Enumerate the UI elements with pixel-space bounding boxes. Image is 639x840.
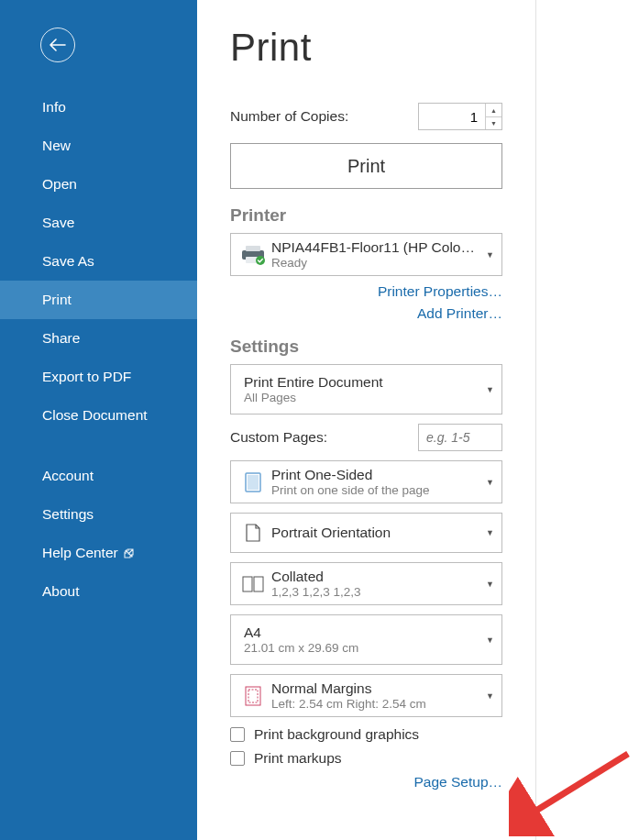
margins-sub: Left: 2.54 cm Right: 2.54 cm — [271, 697, 480, 711]
svg-line-11 — [527, 754, 628, 816]
sidebar-item-share[interactable]: Share — [0, 319, 197, 358]
chevron-down-icon: ▼ — [480, 580, 494, 589]
external-link-icon — [124, 548, 134, 558]
paper-sub: 21.01 cm x 29.69 cm — [244, 641, 480, 655]
sidebar-item-label: Save As — [42, 253, 94, 270]
printer-status: Ready — [271, 256, 480, 270]
sidebar-item-account[interactable]: Account — [0, 457, 197, 495]
chevron-down-icon: ▼ — [480, 636, 494, 645]
sidebar-item-print[interactable]: Print — [0, 281, 197, 319]
svg-point-4 — [256, 256, 265, 265]
copies-spinner[interactable]: ▲ ▼ — [418, 103, 502, 130]
sidebar-item-label: Settings — [42, 506, 94, 523]
margins-title: Normal Margins — [271, 680, 480, 697]
collate-select[interactable]: Collated 1,2,3 1,2,3 1,2,3 ▼ — [230, 562, 502, 605]
margins-icon — [240, 686, 266, 706]
copies-down-button[interactable]: ▼ — [486, 116, 501, 129]
backstage-sidebar: Info New Open Save Save As Print Share E… — [0, 0, 197, 840]
back-button[interactable] — [40, 28, 75, 62]
print-background-label: Print background graphics — [254, 726, 419, 743]
sidebar-item-info[interactable]: Info — [0, 88, 197, 127]
sidebar-item-save-as[interactable]: Save As — [0, 242, 197, 281]
sidebar-item-label: Share — [42, 330, 80, 347]
svg-rect-7 — [243, 577, 252, 591]
collate-title: Collated — [271, 569, 480, 585]
orientation-title: Portrait Orientation — [271, 525, 480, 541]
print-markups-label: Print markups — [254, 750, 342, 767]
chevron-down-icon: ▼ — [480, 478, 494, 487]
sidebar-item-new[interactable]: New — [0, 127, 197, 165]
printer-properties-link[interactable]: Printer Properties… — [378, 283, 502, 299]
sidebar-item-label: Export to PDF — [42, 369, 131, 385]
page-single-icon — [240, 472, 266, 492]
printer-icon — [240, 245, 266, 265]
sidebar-item-help-center[interactable]: Help Center — [0, 534, 197, 572]
duplex-select[interactable]: Print One-Sided Print on one side of the… — [230, 460, 502, 503]
print-button-label: Print — [347, 156, 385, 177]
collate-sub: 1,2,3 1,2,3 1,2,3 — [271, 585, 480, 599]
sidebar-item-open[interactable]: Open — [0, 165, 197, 204]
sidebar-item-label: Close Document — [42, 407, 148, 424]
sidebar-item-label: Open — [42, 176, 77, 193]
sidebar-item-settings[interactable]: Settings — [0, 495, 197, 534]
sidebar-item-save[interactable]: Save — [0, 204, 197, 242]
checkbox-icon — [230, 751, 245, 766]
printer-heading: Printer — [230, 205, 510, 226]
custom-pages-input[interactable] — [418, 424, 502, 451]
checkbox-icon — [230, 727, 245, 742]
copies-label: Number of Copies: — [230, 108, 348, 125]
duplex-title: Print One-Sided — [271, 467, 480, 483]
sidebar-item-close-document[interactable]: Close Document — [0, 396, 197, 435]
sidebar-separator — [0, 435, 197, 457]
print-scope-select[interactable]: Print Entire Document All Pages ▼ — [230, 364, 502, 414]
chevron-down-icon: ▼ — [480, 691, 494, 701]
sidebar-item-label: About — [42, 583, 80, 600]
print-panel: Print Number of Copies: ▲ ▼ Print Printe… — [197, 0, 536, 840]
sidebar-item-label: Save — [42, 215, 74, 231]
duplex-sub: Print on one side of the page — [271, 483, 480, 497]
sidebar-item-label: New — [42, 138, 71, 154]
collate-icon — [240, 576, 266, 592]
printer-name: NPIA44FB1-Floor11 (HP Colo… — [271, 239, 480, 256]
settings-heading: Settings — [230, 337, 510, 357]
paper-title: A4 — [244, 624, 480, 641]
svg-rect-2 — [246, 246, 260, 251]
svg-rect-8 — [254, 577, 263, 591]
arrow-left-icon — [50, 39, 66, 51]
custom-pages-label: Custom Pages: — [230, 429, 327, 446]
page-setup-link[interactable]: Page Setup… — [413, 774, 502, 790]
page-title: Print — [230, 26, 510, 70]
chevron-down-icon: ▼ — [480, 385, 494, 394]
sidebar-item-export-pdf[interactable]: Export to PDF — [0, 358, 197, 396]
sidebar-item-label: Help Center — [42, 545, 118, 561]
paper-size-select[interactable]: A4 21.01 cm x 29.69 cm ▼ — [230, 614, 502, 665]
copies-up-button[interactable]: ▲ — [486, 104, 501, 116]
print-button[interactable]: Print — [230, 143, 502, 189]
chevron-down-icon: ▼ — [480, 528, 494, 537]
copies-steppers: ▲ ▼ — [485, 104, 501, 129]
margins-select[interactable]: Normal Margins Left: 2.54 cm Right: 2.54… — [230, 674, 502, 717]
sidebar-item-label: Print — [42, 292, 72, 308]
print-background-checkbox-row[interactable]: Print background graphics — [230, 726, 502, 743]
portrait-icon — [240, 524, 266, 542]
sidebar-item-about[interactable]: About — [0, 572, 197, 611]
copies-input[interactable] — [419, 109, 485, 125]
print-scope-title: Print Entire Document — [244, 374, 480, 391]
orientation-select[interactable]: Portrait Orientation ▼ — [230, 513, 502, 553]
print-scope-sub: All Pages — [244, 391, 480, 404]
svg-rect-6 — [248, 475, 259, 490]
svg-rect-10 — [248, 690, 258, 702]
print-markups-checkbox-row[interactable]: Print markups — [230, 750, 502, 767]
chevron-down-icon: ▼ — [480, 250, 494, 260]
printer-select[interactable]: NPIA44FB1-Floor11 (HP Colo… Ready ▼ — [230, 233, 502, 276]
add-printer-link[interactable]: Add Printer… — [417, 305, 502, 321]
sidebar-item-label: Account — [42, 468, 94, 484]
sidebar-item-label: Info — [42, 99, 66, 116]
